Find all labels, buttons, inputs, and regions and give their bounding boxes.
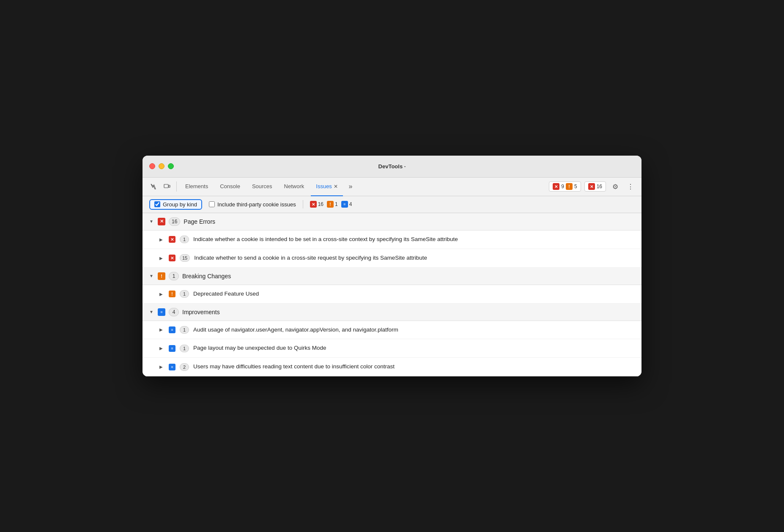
- issue-icon-2: ✕: [169, 255, 175, 261]
- issue-count-2: 15: [180, 254, 190, 262]
- issue-count-4: 1: [180, 326, 189, 334]
- issue-count-3: 1: [180, 290, 189, 298]
- filter-separator: [303, 200, 303, 208]
- count-errors-num: 16: [318, 201, 323, 207]
- section-improvements[interactable]: ▼ ≡ 4 Improvements: [143, 304, 641, 321]
- section-page-errors[interactable]: ▼ ✕ 16 Page Errors: [143, 213, 641, 230]
- section-title-breaking: Breaking Changes: [182, 273, 231, 280]
- issue-icon-5: ≡: [169, 345, 175, 352]
- inspect-icon[interactable]: [148, 181, 159, 192]
- devtools-window: DevTools · Elements Console Sources Netw…: [143, 156, 641, 376]
- section-count-errors: 16: [169, 217, 180, 226]
- issue-icon-3: !: [169, 291, 175, 297]
- count-error-icon: ✕: [310, 201, 317, 208]
- issue-icon-6: ≡: [169, 364, 175, 370]
- tab-sources[interactable]: Sources: [247, 178, 277, 196]
- window-title: DevTools ·: [378, 163, 406, 170]
- filter-counts: ✕ 16 ! 1 ≡ 4: [310, 201, 352, 208]
- section-chevron-improvements: ▼: [149, 310, 154, 314]
- warning-count-display: ! 1: [327, 201, 338, 208]
- info-count-display: ≡ 4: [341, 201, 352, 208]
- section-chevron-errors: ▼: [149, 219, 154, 224]
- issue-row-1[interactable]: ▶ ✕ 1 Indicate whether a cookie is inten…: [143, 230, 641, 249]
- issue-row-6[interactable]: ▶ ≡ 2 Users may have difficulties readin…: [143, 358, 641, 376]
- maximize-button[interactable]: [168, 163, 174, 169]
- issue-chevron-4: ▶: [159, 327, 164, 332]
- section-count-breaking: 1: [169, 272, 179, 280]
- error-warning-badge: ✕ 9 ! 5: [549, 181, 581, 192]
- minimize-button[interactable]: [159, 163, 164, 169]
- group-by-kind-label[interactable]: Group by kind: [149, 199, 202, 210]
- device-icon[interactable]: [161, 181, 173, 192]
- svg-rect-1: [169, 185, 170, 187]
- third-party-label[interactable]: Include third-party cookie issues: [209, 201, 296, 208]
- issue-chevron-2: ▶: [159, 256, 164, 261]
- count-info-icon: ≡: [341, 201, 348, 208]
- issues-error-symbol: ✕: [590, 184, 593, 189]
- issue-chevron-1: ▶: [159, 237, 164, 242]
- issue-count-1: 1: [180, 236, 189, 243]
- issue-text-1: Indicate whether a cookie is intended to…: [193, 236, 458, 244]
- separator-1: [176, 181, 177, 192]
- section-title-improvements: Improvements: [182, 309, 220, 315]
- third-party-checkbox[interactable]: [209, 201, 215, 207]
- issue-chevron-6: ▶: [159, 365, 164, 369]
- error-count-display: ✕ 16: [310, 201, 323, 208]
- tab-issues[interactable]: Issues ✕: [311, 178, 343, 196]
- issue-chevron-5: ▶: [159, 346, 164, 351]
- error-icon-symbol: ✕: [554, 184, 558, 189]
- count-info-num: 4: [349, 201, 352, 207]
- svg-rect-0: [164, 184, 168, 188]
- issue-chevron-3: ▶: [159, 292, 164, 296]
- section-icon-errors: ✕: [158, 218, 165, 225]
- group-by-kind-checkbox[interactable]: [154, 201, 160, 207]
- settings-button[interactable]: ⚙: [609, 181, 621, 192]
- warning-count: 5: [574, 184, 577, 189]
- section-icon-improvements: ≡: [158, 308, 165, 316]
- issue-text-2: Indicate whether to send a cookie in a c…: [194, 254, 427, 262]
- error-icon: ✕: [553, 183, 559, 190]
- issues-error-icon: ✕: [588, 183, 595, 190]
- tab-elements[interactable]: Elements: [180, 178, 213, 196]
- issues-content: ▼ ✕ 16 Page Errors ▶ ✕ 1 Indicate whethe…: [143, 213, 641, 376]
- tab-console[interactable]: Console: [215, 178, 245, 196]
- issue-text-6: Users may have difficulties reading text…: [193, 363, 395, 371]
- count-warnings-num: 1: [335, 201, 338, 207]
- issue-row-3[interactable]: ▶ ! 1 Deprecated Feature Used: [143, 285, 641, 304]
- section-title-errors: Page Errors: [184, 218, 215, 225]
- section-breaking-changes[interactable]: ▼ ! 1 Breaking Changes: [143, 268, 641, 285]
- error-count: 9: [561, 184, 564, 189]
- issue-count-6: 2: [180, 363, 189, 371]
- issue-icon-1: ✕: [169, 236, 175, 243]
- issue-icon-4: ≡: [169, 326, 175, 333]
- more-tabs-icon[interactable]: »: [345, 181, 356, 192]
- warning-icon-symbol: !: [568, 184, 570, 189]
- issue-text-3: Deprecated Feature Used: [193, 290, 259, 298]
- titlebar: DevTools ·: [143, 156, 641, 178]
- traffic-lights: [149, 163, 174, 169]
- issue-row-4[interactable]: ▶ ≡ 1 Audit usage of navigator.userAgent…: [143, 321, 641, 340]
- section-count-improvements: 4: [169, 308, 179, 316]
- third-party-text: Include third-party cookie issues: [217, 201, 296, 208]
- issue-row-2[interactable]: ▶ ✕ 15 Indicate whether to send a cookie…: [143, 249, 641, 268]
- more-options-button[interactable]: ⋮: [625, 181, 636, 192]
- issues-count: 16: [597, 184, 602, 189]
- issue-row-5[interactable]: ▶ ≡ 1 Page layout may be unexpected due …: [143, 339, 641, 358]
- tab-network[interactable]: Network: [279, 178, 310, 196]
- issues-count-badge: ✕ 16: [584, 181, 606, 192]
- count-warning-icon: !: [327, 201, 334, 208]
- issue-text-5: Page layout may be unexpected due to Qui…: [193, 344, 326, 352]
- filter-bar: Group by kind Include third-party cookie…: [143, 196, 641, 213]
- section-icon-breaking: !: [158, 272, 165, 280]
- issue-count-5: 1: [180, 345, 189, 352]
- close-button[interactable]: [149, 163, 155, 169]
- toolbar-right: ✕ 9 ! 5 ✕ 16 ⚙ ⋮: [549, 181, 636, 192]
- section-chevron-breaking: ▼: [149, 274, 154, 278]
- group-by-kind-text: Group by kind: [163, 201, 197, 208]
- issue-text-4: Audit usage of navigator.userAgent, navi…: [193, 326, 398, 334]
- warning-icon: !: [566, 183, 573, 190]
- toolbar: Elements Console Sources Network Issues …: [143, 178, 641, 196]
